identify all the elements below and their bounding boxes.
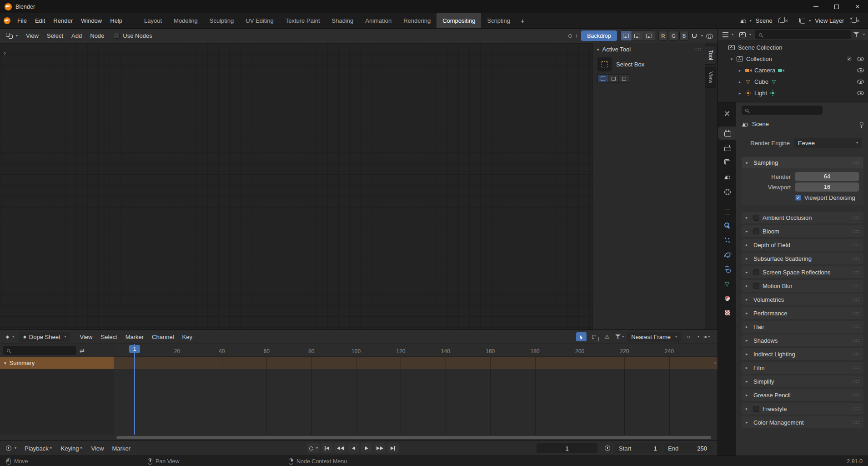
keying-menu[interactable]: Keying ▾ bbox=[57, 443, 86, 454]
viewport-denoising-checkbox[interactable]: ✓ bbox=[795, 195, 801, 201]
filter-button[interactable]: ▾ bbox=[614, 332, 625, 341]
section-subsurface-scattering[interactable]: ▸Subsurface Scattering∷∷ bbox=[742, 253, 863, 264]
section-bloom[interactable]: ▸Bloom∷∷ bbox=[742, 225, 863, 237]
section-checkbox[interactable] bbox=[753, 215, 759, 221]
outliner-search-input[interactable] bbox=[755, 30, 851, 39]
playback-menu[interactable]: Playback ▾ bbox=[20, 443, 56, 454]
section-freestyle[interactable]: ▸Freestyle∷∷ bbox=[742, 403, 863, 415]
object-properties-tab[interactable] bbox=[718, 204, 736, 218]
scene-browse-chevron-icon[interactable]: ▾ bbox=[750, 19, 752, 23]
menu-help[interactable]: Help bbox=[106, 15, 126, 26]
section-grease-pencil[interactable]: ▸Grease Pencil∷∷ bbox=[742, 389, 863, 401]
section-simplify[interactable]: ▸Simplify∷∷ bbox=[742, 375, 863, 387]
workspace-tab-modeling[interactable]: Modeling bbox=[168, 13, 204, 28]
frame-ruler[interactable]: 20406080100120140160180200220240 bbox=[114, 344, 717, 357]
visibility-eye-icon[interactable] bbox=[857, 91, 864, 95]
show-hidden-toggle[interactable] bbox=[589, 332, 599, 341]
section-motion-blur[interactable]: ▸Motion Blur∷∷ bbox=[742, 280, 863, 292]
channel-r-button[interactable]: R bbox=[658, 31, 668, 41]
channel-search-input[interactable] bbox=[3, 346, 76, 355]
jump-start-button[interactable] bbox=[321, 443, 333, 453]
visibility-eye-icon[interactable] bbox=[857, 57, 864, 61]
scene-icon[interactable] bbox=[740, 17, 747, 24]
invert-filter-icon[interactable]: ⇄ bbox=[80, 347, 85, 354]
maximize-button[interactable] bbox=[826, 0, 847, 13]
overlays-icon[interactable] bbox=[706, 33, 713, 39]
constraints-properties-tab[interactable] bbox=[718, 263, 736, 276]
parent-node-icon[interactable]: ↑ bbox=[575, 32, 578, 39]
section-checkbox[interactable] bbox=[753, 283, 759, 289]
view-layer-properties-tab[interactable] bbox=[718, 156, 736, 169]
tool-properties-tab[interactable] bbox=[718, 107, 736, 120]
physics-properties-tab[interactable] bbox=[718, 248, 736, 261]
node-menu-select[interactable]: Select bbox=[43, 30, 67, 41]
sidebar-tab-view[interactable]: View bbox=[705, 67, 716, 88]
only-selected-toggle[interactable] bbox=[576, 332, 587, 341]
section-checkbox[interactable] bbox=[753, 228, 759, 234]
object-data-properties-tab[interactable] bbox=[718, 277, 736, 290]
horizontal-scrollbar[interactable] bbox=[116, 436, 711, 439]
proportional-editing-toggle[interactable]: ○ bbox=[683, 332, 694, 341]
view-layer-name[interactable]: View Layer bbox=[815, 17, 844, 24]
play-reverse-button[interactable] bbox=[347, 443, 359, 453]
remove-view-layer-icon[interactable]: × bbox=[856, 18, 860, 24]
outliner-row-scene-collection[interactable]: Scene Collection bbox=[718, 42, 868, 53]
section-performance[interactable]: ▸Performance∷∷ bbox=[742, 307, 863, 319]
node-canvas[interactable]: › ▾ Active Tool ∷∷ Select Box bbox=[0, 43, 717, 329]
world-properties-tab[interactable] bbox=[718, 185, 736, 198]
section-volumetrics[interactable]: ▸Volumetrics∷∷ bbox=[742, 294, 863, 305]
properties-search-input[interactable] bbox=[742, 106, 823, 115]
backdrop-button[interactable]: Backdrop bbox=[581, 30, 617, 41]
falloff-button[interactable]: ≈▾ bbox=[702, 332, 712, 341]
region-collapse-icon[interactable]: ‹ bbox=[714, 359, 716, 366]
proportional-chevron-icon[interactable]: ▾ bbox=[697, 335, 699, 339]
section-color-management[interactable]: ▸Color Management∷∷ bbox=[742, 416, 863, 428]
dopesheet-menu-view[interactable]: View bbox=[76, 331, 97, 342]
editor-type-button[interactable]: ▾ bbox=[721, 29, 735, 41]
menu-edit[interactable]: Edit bbox=[31, 15, 49, 26]
menu-file[interactable]: File bbox=[13, 15, 31, 26]
visibility-eye-icon[interactable] bbox=[857, 68, 864, 72]
texture-properties-tab[interactable] bbox=[718, 306, 736, 319]
backdrop-alpha-button[interactable] bbox=[643, 31, 655, 41]
material-properties-tab[interactable] bbox=[718, 292, 736, 305]
current-frame-badge[interactable]: 1 bbox=[129, 345, 140, 353]
workspace-tab-texture-paint[interactable]: Texture Paint bbox=[280, 13, 326, 28]
channel-g-button[interactable]: G bbox=[669, 31, 678, 41]
channel-b-button[interactable]: B bbox=[679, 31, 689, 41]
current-frame-field[interactable]: 1 bbox=[537, 443, 597, 453]
editor-type-button[interactable]: ▾ bbox=[3, 442, 20, 454]
section-hair[interactable]: ▸Hair∷∷ bbox=[742, 321, 863, 333]
node-menu-add[interactable]: Add bbox=[67, 30, 86, 41]
outliner-row-cube[interactable]: ▸Cube bbox=[718, 76, 868, 87]
use-nodes-toggle[interactable]: Use Nodes bbox=[114, 32, 152, 39]
expand-arrow-icon[interactable]: ▸ bbox=[737, 80, 743, 84]
backdrop-color-alpha-button[interactable] bbox=[621, 31, 632, 41]
backdrop-color-button[interactable] bbox=[632, 31, 643, 41]
filter-icon[interactable] bbox=[853, 32, 859, 37]
section-indirect-lighting[interactable]: ▸Indirect Lighting∷∷ bbox=[742, 348, 863, 360]
timeline-menu-view[interactable]: View bbox=[87, 443, 108, 454]
snap-select[interactable]: Nearest Frame ▾ bbox=[627, 332, 681, 342]
modifiers-properties-tab[interactable] bbox=[718, 219, 736, 232]
use-nodes-checkbox[interactable] bbox=[114, 33, 120, 39]
outliner-row-light[interactable]: ▸Light bbox=[718, 87, 868, 99]
section-checkbox[interactable] bbox=[753, 269, 759, 275]
section-film[interactable]: ▸Film∷∷ bbox=[742, 362, 863, 374]
prev-keyframe-button[interactable] bbox=[334, 443, 346, 453]
unlink-scene-icon[interactable]: × bbox=[785, 18, 788, 24]
section-ambient-occlusion[interactable]: ▸Ambient Occlusion∷∷ bbox=[742, 212, 863, 223]
sampling-panel-header[interactable]: ▾ Sampling ∷∷ bbox=[742, 157, 863, 168]
drag-grip-icon[interactable]: ∷∷ bbox=[694, 46, 701, 52]
node-menu-view[interactable]: View bbox=[22, 30, 43, 41]
blender-menu-icon[interactable] bbox=[4, 17, 10, 24]
snap-options-chevron-icon[interactable]: ▾ bbox=[701, 34, 703, 38]
show-errors-toggle[interactable]: ⚠ bbox=[602, 332, 612, 341]
next-keyframe-button[interactable] bbox=[374, 443, 386, 453]
sidebar-tab-tool[interactable]: Tool bbox=[705, 46, 716, 65]
summary-channel[interactable]: ▾ Summary bbox=[0, 357, 114, 369]
pin-icon[interactable] bbox=[568, 34, 572, 38]
workspace-tab-compositing[interactable]: Compositing bbox=[437, 13, 481, 28]
snap-magnet-icon[interactable] bbox=[692, 34, 697, 38]
section-shadows[interactable]: ▸Shadows∷∷ bbox=[742, 334, 863, 346]
